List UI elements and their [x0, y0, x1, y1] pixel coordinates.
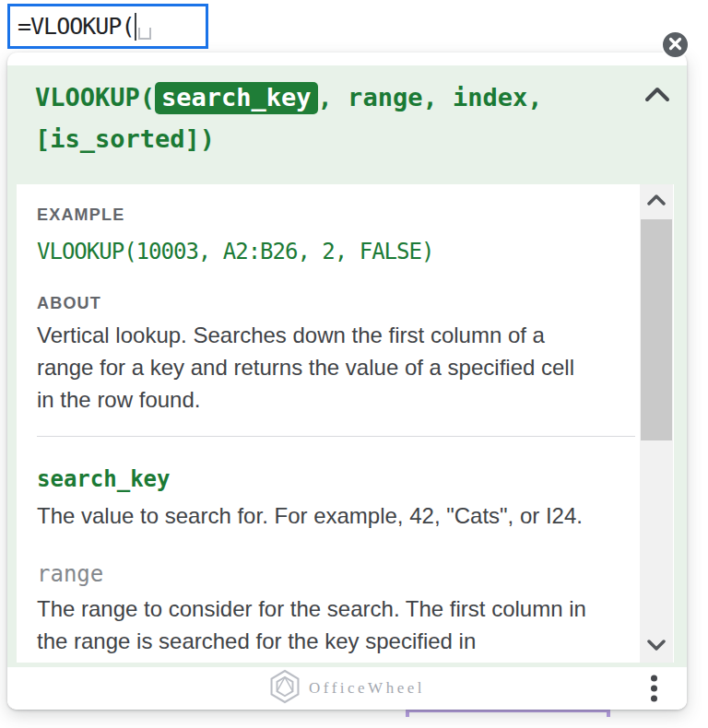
- watermark-text: OfficeWheel: [309, 679, 425, 698]
- about-text: Vertical lookup. Searches down the first…: [37, 319, 589, 416]
- formula-signature: VLOOKUP(search_key, range, index, [is_so…: [7, 65, 687, 184]
- param-description-search-key: The value to search for. For example, 42…: [37, 499, 589, 532]
- chevron-down-icon: [647, 640, 666, 653]
- close-button[interactable]: [661, 30, 690, 59]
- signature-line-2: [is_sorted]): [35, 118, 687, 159]
- scroll-up-button[interactable]: [640, 186, 673, 216]
- scrollbar-thumb[interactable]: [641, 219, 672, 440]
- cell-selection-outline: [406, 709, 610, 717]
- collapse-button[interactable]: [642, 84, 673, 108]
- text-cursor: [135, 13, 136, 41]
- param-description-range: The range to consider for the search. Th…: [37, 593, 589, 663]
- scrollbar[interactable]: [640, 184, 673, 663]
- help-content-panel: EXAMPLE VLOOKUP(10003, A2:B26, 2, FALSE)…: [17, 184, 674, 663]
- formula-help-popup: VLOOKUP(search_key, range, index, [is_so…: [7, 53, 687, 710]
- chevron-up-icon: [644, 91, 670, 105]
- chevron-up-icon: [647, 194, 666, 208]
- vertical-ellipsis-icon: [651, 675, 657, 702]
- ime-placeholder-box: [138, 28, 151, 40]
- signature-line-1: VLOOKUP(search_key, range, index,: [35, 76, 687, 118]
- help-scroll-content: EXAMPLE VLOOKUP(10003, A2:B26, 2, FALSE)…: [17, 184, 674, 663]
- popup-footer: OfficeWheel: [7, 667, 687, 710]
- close-icon: [668, 37, 682, 53]
- formula-cell[interactable]: =VLOOKUP(: [7, 4, 208, 49]
- example-label: EXAMPLE: [37, 205, 589, 225]
- about-label: ABOUT: [37, 293, 589, 313]
- active-parameter-chip: search_key: [155, 82, 318, 114]
- officewheel-logo-icon: [269, 669, 301, 708]
- param-name-search-key: search_key: [37, 466, 589, 492]
- example-code: VLOOKUP(10003, A2:B26, 2, FALSE): [37, 238, 589, 265]
- param-name-range: range: [37, 561, 589, 587]
- popup-surface: VLOOKUP(search_key, range, index, [is_so…: [7, 53, 687, 710]
- officewheel-watermark: OfficeWheel: [269, 669, 425, 708]
- signature-function-name: VLOOKUP(: [35, 83, 155, 112]
- signature-rest: , range, index,: [318, 83, 543, 112]
- scroll-down-button[interactable]: [640, 631, 673, 661]
- section-divider: [37, 436, 635, 437]
- formula-text: =VLOOKUP(: [18, 13, 134, 40]
- more-options-button[interactable]: [647, 672, 661, 706]
